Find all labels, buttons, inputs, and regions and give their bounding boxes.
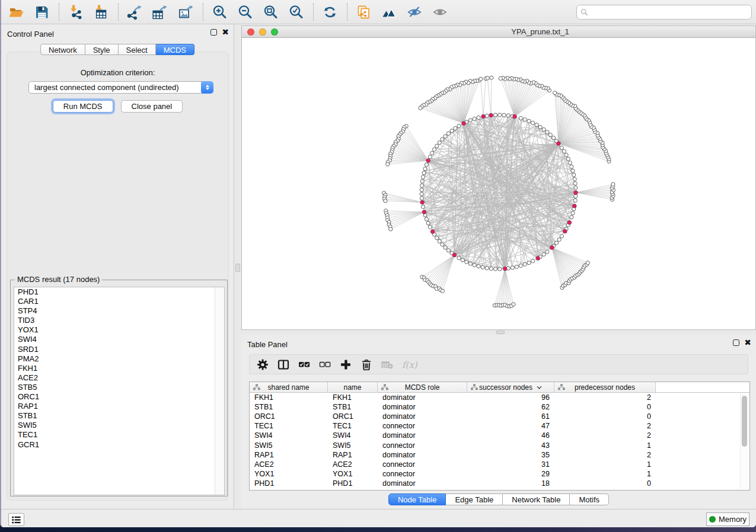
table-row[interactable]: ACE2ACE2connector311 bbox=[250, 460, 749, 469]
hide-selected-button[interactable] bbox=[402, 1, 428, 23]
cell-MCDS-role: connector bbox=[378, 460, 467, 469]
column-header-shared-name[interactable]: shared name bbox=[250, 382, 328, 392]
mcds-list-scrollbar[interactable] bbox=[215, 287, 224, 495]
cell-name: SWI4 bbox=[328, 431, 378, 440]
close-panel-icon[interactable]: ✖ bbox=[222, 29, 229, 36]
deselect-all-button[interactable] bbox=[319, 358, 331, 370]
mcds-result-item[interactable]: STB1 bbox=[14, 411, 224, 421]
table-row[interactable]: ORC1ORC1dominator610 bbox=[250, 412, 749, 421]
minimize-window-icon[interactable] bbox=[259, 28, 266, 36]
column-header-predecessor-nodes[interactable]: predecessor nodes bbox=[554, 382, 656, 392]
optimization-criterion-select[interactable]: largest connected component (undirected) bbox=[28, 81, 213, 94]
mcds-result-item[interactable]: CAR1 bbox=[14, 297, 224, 306]
mcds-result-item[interactable]: RAP1 bbox=[14, 402, 224, 411]
mcds-result-item[interactable]: STB5 bbox=[14, 383, 224, 392]
export-network-button[interactable] bbox=[122, 1, 148, 23]
column-header-name[interactable]: name bbox=[328, 382, 378, 392]
cell-MCDS-role: dominator bbox=[378, 393, 467, 402]
tab-motifs[interactable]: Motifs bbox=[570, 493, 609, 505]
add-plus-button[interactable] bbox=[340, 358, 352, 370]
table-row[interactable]: SWI5SWI5connector431 bbox=[250, 440, 749, 450]
cell-name: SWI5 bbox=[328, 441, 378, 450]
refresh-button[interactable] bbox=[317, 1, 343, 23]
mcds-result-item[interactable]: TID3 bbox=[14, 316, 224, 325]
maximize-window-icon[interactable] bbox=[271, 28, 278, 36]
horizontal-splitter-handle[interactable] bbox=[496, 331, 505, 334]
cell-name: STB1 bbox=[328, 403, 378, 411]
horizontal-splitter[interactable] bbox=[241, 330, 756, 335]
save-button[interactable] bbox=[29, 1, 55, 23]
export-table-button[interactable] bbox=[148, 1, 173, 23]
open-folder-button[interactable] bbox=[4, 1, 29, 23]
column-header-MCDS-role[interactable]: MCDS role bbox=[378, 382, 467, 392]
table-row[interactable]: STB1STB1dominator620 bbox=[250, 402, 749, 412]
close-table-panel-icon[interactable]: ✖ bbox=[744, 339, 751, 346]
deselect-all-icon bbox=[319, 359, 331, 370]
export-image-button[interactable] bbox=[173, 1, 199, 23]
tab-edge-table[interactable]: Edge Table bbox=[446, 493, 503, 505]
mcds-result-item[interactable]: ACE2 bbox=[14, 373, 224, 383]
memory-button[interactable]: Memory bbox=[706, 512, 749, 526]
table-row[interactable]: SWI4SWI4dominator462 bbox=[250, 431, 749, 440]
mcds-result-item[interactable]: PHD1 bbox=[14, 287, 224, 297]
table-row[interactable]: PHD1PHD1dominator180 bbox=[250, 479, 749, 488]
first-neighbors-button[interactable] bbox=[377, 1, 402, 23]
vertical-splitter-handle[interactable] bbox=[235, 264, 240, 272]
table-row[interactable]: FKH1FKH1dominator962 bbox=[250, 393, 749, 402]
cell-MCDS-role: dominator bbox=[378, 431, 467, 440]
show-all-button[interactable] bbox=[428, 1, 453, 23]
tab-network[interactable]: Network bbox=[40, 44, 85, 55]
import-table-button[interactable] bbox=[88, 1, 114, 23]
table-scrollbar-thumb[interactable] bbox=[742, 396, 747, 447]
zoom-fit-button[interactable] bbox=[258, 1, 283, 23]
table-row[interactable]: RAP1RAP1dominator352 bbox=[250, 450, 749, 460]
tab-mcds[interactable]: MCDS bbox=[156, 44, 194, 55]
tab-network-table[interactable]: Network Table bbox=[503, 493, 570, 505]
mcds-result-item[interactable]: ORC1 bbox=[14, 392, 224, 402]
tab-select[interactable]: Select bbox=[119, 44, 156, 55]
cell-predecessor-nodes: 0 bbox=[554, 403, 656, 411]
mcds-result-item[interactable]: FKH1 bbox=[14, 364, 224, 373]
mcds-result-item[interactable]: STP4 bbox=[14, 306, 224, 316]
tab-node-table[interactable]: Node Table bbox=[388, 493, 446, 505]
float-table-panel-icon[interactable] bbox=[733, 339, 739, 346]
zoom-selected-button[interactable] bbox=[283, 1, 309, 23]
mcds-result-item[interactable]: GCR1 bbox=[14, 440, 224, 450]
settings-gear-button[interactable] bbox=[257, 358, 269, 370]
mcds-result-item[interactable]: SWI5 bbox=[14, 421, 224, 430]
vertical-splitter[interactable] bbox=[235, 24, 241, 509]
cell-predecessor-nodes: 1 bbox=[554, 441, 656, 450]
mcds-result-list[interactable]: PHD1CAR1STP4TID3YOX1SWI4SRD1PMA2FKH1ACE2… bbox=[14, 287, 225, 495]
zoom-in-button[interactable] bbox=[207, 1, 232, 23]
column-header-successor-nodes[interactable]: successor nodes bbox=[467, 382, 554, 392]
cell-MCDS-role: connector bbox=[378, 441, 467, 450]
network-canvas[interactable] bbox=[242, 39, 755, 329]
cell-shared-name: YOX1 bbox=[250, 470, 328, 478]
mcds-result-item[interactable]: SWI4 bbox=[14, 335, 224, 344]
split-columns-button[interactable] bbox=[277, 358, 289, 370]
table-row[interactable]: TEC1TEC1connector472 bbox=[250, 421, 749, 431]
mcds-result-item[interactable]: SRD1 bbox=[14, 345, 224, 354]
tab-style[interactable]: Style bbox=[85, 44, 119, 55]
automation-panel-button[interactable] bbox=[8, 513, 24, 526]
status-bar: Memory bbox=[1, 509, 756, 527]
select-all-checked-button[interactable] bbox=[298, 358, 310, 370]
table-scrollbar[interactable] bbox=[740, 393, 749, 489]
table-row[interactable]: YOX1YOX1connector291 bbox=[250, 469, 749, 479]
mcds-result-item[interactable]: PMA2 bbox=[14, 354, 224, 364]
close-window-icon[interactable] bbox=[247, 28, 254, 36]
node-table-body: FKH1FKH1dominator962STB1STB1dominator620… bbox=[250, 393, 749, 488]
float-panel-icon[interactable] bbox=[210, 29, 217, 36]
zoom-out-button[interactable] bbox=[232, 1, 258, 23]
close-panel-button[interactable]: Close panel bbox=[121, 100, 183, 113]
cell-shared-name: TEC1 bbox=[250, 422, 328, 430]
mcds-result-item[interactable]: TEC1 bbox=[14, 430, 224, 440]
clone-network-button[interactable] bbox=[351, 1, 377, 23]
import-network-button[interactable] bbox=[63, 1, 88, 23]
run-mcds-button[interactable]: Run MCDS bbox=[53, 100, 113, 113]
search-box[interactable] bbox=[576, 5, 752, 20]
delete-trash-button[interactable] bbox=[361, 358, 372, 370]
search-input[interactable] bbox=[588, 8, 751, 17]
optimization-criterion-value: largest connected component (undirected) bbox=[34, 83, 179, 92]
mcds-result-item[interactable]: YOX1 bbox=[14, 325, 224, 335]
